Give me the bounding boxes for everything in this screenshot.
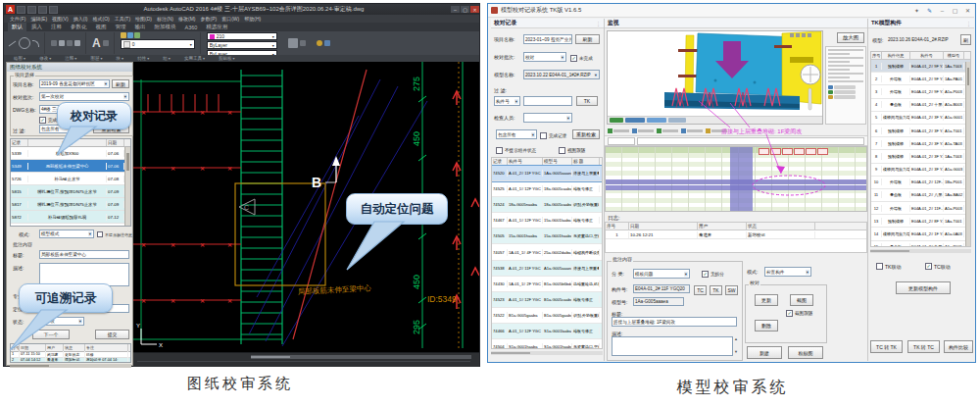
acad-maximize-button[interactable]: ▢ bbox=[461, 6, 469, 13]
acad-minimize-button[interactable]: – bbox=[451, 6, 460, 13]
m-nohint-checkbox[interactable]: 不提示组件状态 bbox=[496, 147, 536, 154]
tk-row[interactable]: 5 楼梯间与剪力墙 E04A-01_2# 3F Y... A1a-G001 bbox=[871, 112, 970, 125]
tk-row[interactable]: 15 叠合板 E04A-01_2# 九层... A1a-B005 bbox=[871, 241, 970, 247]
zoom-slider[interactable] bbox=[808, 88, 811, 110]
mapp-close-button[interactable]: ✕ bbox=[961, 6, 974, 16]
tk-row[interactable]: 9 楼梯间与剪力墙 E04A-01_2# 3F Y... A1a-G003 bbox=[871, 164, 970, 177]
log-row[interactable]: 1 10-26 12:21 秦道来 新增校记 bbox=[606, 230, 866, 239]
arc-tool-icon[interactable] bbox=[32, 40, 39, 47]
batch-combo[interactable]: 第一次校对 bbox=[39, 92, 129, 101]
plugin-record-row[interactable]: 5726 补马镫止水节 07-08 bbox=[11, 173, 130, 185]
property-sidebar[interactable] bbox=[825, 46, 866, 125]
tk-hscrollbar[interactable] bbox=[870, 249, 971, 253]
m-record-row[interactable]: 74466 A-01_1# 12F YGC S1a-G001laaba 槽板号修… bbox=[492, 324, 602, 339]
m-title-input[interactable]: 搭接与上层重叠堆砌: 1F梁间改 bbox=[612, 317, 737, 327]
tk-vscrollbar[interactable] bbox=[965, 62, 970, 246]
m-record-row[interactable]: 74505 15a-G001haaba 15a-G001haaba 无梁窗边口,… bbox=[492, 229, 602, 244]
plugin-record-row[interactable]: 5339 板筋加X900 07-06 bbox=[11, 147, 130, 160]
plugin-record-row[interactable]: 5817 绑扎漏位置,按预埋DN75止水节 07-09 bbox=[11, 198, 130, 211]
rotate-tool-icon[interactable] bbox=[67, 40, 73, 46]
ribbon-tab-manage[interactable]: 管理 bbox=[112, 23, 130, 31]
formula-bar[interactable] bbox=[605, 136, 867, 146]
tk-row[interactable]: 4 叠合板 E04A-01_2# 十层... A1a-B003 bbox=[871, 99, 970, 112]
collapse-icon[interactable]: ⋮ bbox=[596, 21, 601, 26]
plugin-record-row[interactable]: 5815 绑扎漏位置,按预埋DN75止水节 07-09 bbox=[11, 185, 130, 198]
menu-insert[interactable]: 插入(I) bbox=[74, 16, 88, 22]
menu-view[interactable]: 视图(V) bbox=[52, 16, 69, 22]
sw-button[interactable]: SW bbox=[725, 285, 738, 295]
mcol-title[interactable]: 标 题 bbox=[572, 158, 600, 165]
tk-button[interactable]: TK bbox=[710, 285, 722, 295]
tk-row[interactable]: 3 外墙板 E04A-01_2# 9F Y... A1a-P003 bbox=[871, 85, 970, 98]
m-record-row[interactable]: 74525 A-01_1# 12F YGC 18a-G005caaba 槽板号修… bbox=[492, 181, 602, 197]
tk-row[interactable]: 8 预制楼梯 E04A-01_2# 3F Y... 1Aa-T003 bbox=[871, 150, 970, 163]
m-record-row[interactable]: 74430 1A-01_1# 2F YGC B1a-G005b6bda 边槽重绘… bbox=[492, 277, 602, 292]
m-done-checkbox[interactable]: 完成记录 bbox=[540, 132, 566, 139]
ribbon-tab-a360[interactable]: A360 bbox=[181, 24, 202, 31]
history-row[interactable]: 2 07-04 14:12 秦道来 添加标记 原始记录 07-04 14: bbox=[11, 358, 130, 363]
mcol-model[interactable]: 模型号 bbox=[543, 158, 572, 165]
m-part-input[interactable] bbox=[523, 96, 572, 106]
linetype-dropdown[interactable]: ByLayer ▾ bbox=[207, 41, 277, 49]
m-search-button[interactable]: 重新检索 bbox=[572, 129, 600, 139]
tk-row[interactable]: 12 外墙板 E04A-01_2# 11F... A1a-P003 bbox=[871, 202, 970, 215]
qat-redo-icon[interactable] bbox=[38, 6, 47, 14]
mcol-record[interactable]: 记录 bbox=[492, 158, 508, 165]
mode-combo[interactable]: 模型模式 bbox=[39, 230, 94, 238]
project-refresh-button[interactable]: 刷新 bbox=[112, 79, 129, 88]
qat-undo-icon[interactable] bbox=[27, 6, 36, 14]
status-combo[interactable]: 已修改 bbox=[39, 317, 84, 326]
panel-name-block[interactable]: 块 bbox=[117, 56, 124, 61]
mapp-theme-icon[interactable]: ✦ bbox=[910, 6, 923, 16]
text-tool-icon[interactable]: A bbox=[92, 37, 101, 49]
tc-button[interactable]: TC bbox=[694, 285, 707, 295]
qat-save-icon[interactable] bbox=[17, 6, 25, 14]
m-record-row[interactable]: 74522 B1a-G005gaaba B1a-G005gaaba 识别,外协板… bbox=[492, 308, 602, 324]
ribbon-tab-apps[interactable]: 精选应用 bbox=[202, 23, 231, 31]
m-unfinished-checkbox[interactable]: ✓未完成 bbox=[570, 55, 593, 62]
circle-tool-icon[interactable] bbox=[19, 37, 30, 49]
menu-edit[interactable]: 编辑(E) bbox=[30, 16, 47, 22]
panel-name-modify[interactable]: 修改 bbox=[39, 56, 51, 61]
cell-name-box[interactable] bbox=[608, 137, 635, 145]
plugin-record-row[interactable]: 5872 补马镫钢筋预留孔洞 07-12 bbox=[11, 211, 130, 224]
viewport-tab-blue1[interactable] bbox=[625, 118, 645, 123]
m-follow-checkbox[interactable]: 视图跟随 bbox=[559, 147, 585, 154]
panel-name-clipboard[interactable]: 剪贴板 bbox=[219, 56, 235, 61]
desc-scroll-down-icon[interactable]: ▼ bbox=[734, 350, 738, 354]
compare-parts-button[interactable]: 构件比较 bbox=[944, 340, 973, 353]
nosplit-checkbox[interactable]: ✓无拆分 bbox=[702, 271, 724, 278]
menu-modify[interactable]: 修改(M) bbox=[178, 16, 196, 22]
mapp-minimize-button[interactable]: – bbox=[936, 6, 949, 16]
tk-refresh-small-button[interactable]: 刷 bbox=[960, 34, 971, 45]
ribbon-modify-panel[interactable] bbox=[51, 32, 86, 54]
model-viewport[interactable] bbox=[607, 30, 823, 125]
panel-name-layer[interactable]: 图层 bbox=[90, 56, 102, 61]
viewport-tab-blue2[interactable] bbox=[647, 118, 666, 123]
class-combo[interactable]: 模板问题 bbox=[633, 269, 690, 279]
check-sheet-grid[interactable] bbox=[605, 146, 867, 212]
ribbon-tab-annotate[interactable]: 注释 bbox=[47, 23, 66, 31]
plugin-hscrollbar[interactable] bbox=[10, 364, 131, 368]
update-parts-button[interactable]: 更新模型构件 bbox=[896, 281, 951, 294]
col-record[interactable]: 记录 bbox=[11, 139, 28, 146]
menu-dimension[interactable]: 标注(N) bbox=[157, 16, 173, 22]
tk-row[interactable]: 14 楼梯间与剪力墙 E04A-01_2# 1F Y... A1a-0A03 bbox=[871, 228, 970, 240]
panel-name-group[interactable]: 组 bbox=[163, 56, 171, 61]
mapp-edit-icon[interactable]: ✎ bbox=[923, 6, 936, 16]
dimension-tool-icon[interactable] bbox=[103, 40, 109, 46]
tk-link-checkbox[interactable]: TK联动 bbox=[876, 263, 901, 270]
layer-off-icon[interactable] bbox=[127, 32, 133, 38]
submit-button[interactable]: 提交 bbox=[95, 330, 129, 339]
m-project-combo[interactable]: 2023-01~09 投资产业片区2#-02塔子 bbox=[523, 34, 572, 44]
panel-name-properties[interactable]: 特性 bbox=[137, 56, 149, 61]
line-tool-icon[interactable] bbox=[9, 40, 17, 46]
col-title[interactable]: 标 题 bbox=[28, 139, 107, 146]
project-name-combo[interactable]: 2019-09 春意花都河畔街区 bbox=[39, 79, 110, 88]
tk-to-tc-button[interactable]: TK 转 TC bbox=[907, 340, 940, 353]
m-record-row[interactable]: 74523 A-01_1# 12F YGC B1a-G005caaba 槽板号修… bbox=[492, 292, 602, 308]
ribbon-tab-output[interactable]: 输出 bbox=[131, 23, 150, 31]
panel-name-utilities[interactable]: 实用工具 bbox=[184, 56, 205, 61]
layer-dropdown[interactable]: 0 ▾ bbox=[121, 39, 195, 49]
enlarge-view-button[interactable]: 放大图 bbox=[837, 32, 864, 43]
